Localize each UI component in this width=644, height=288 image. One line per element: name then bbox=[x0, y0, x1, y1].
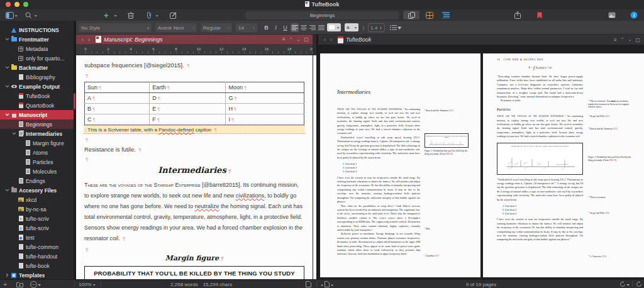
editor-goto-icon[interactable] bbox=[306, 280, 311, 288]
table-cell[interactable]: Moon¶ bbox=[226, 82, 304, 93]
editor-content[interactable]: subspace frequencies [@siegel2015]. ¶ ¶ … bbox=[76, 55, 313, 279]
add-item-chevron[interactable]: ▾ bbox=[114, 9, 116, 21]
binder-item-only-for-quarto-[interactable]: only for quarto... bbox=[0, 53, 74, 63]
italic-button[interactable]: I bbox=[272, 23, 280, 32]
binder-toggle-chevron[interactable]: ▾ bbox=[14, 9, 17, 21]
bold-button[interactable]: B bbox=[262, 23, 270, 32]
binder-item-particles[interactable]: Particles bbox=[0, 157, 74, 167]
binder-item-beginnings[interactable]: Beginnings bbox=[0, 119, 74, 129]
binder-item-atoms[interactable]: Atoms bbox=[0, 148, 74, 157]
binder-toggle-icon[interactable] bbox=[6, 9, 14, 21]
align-left-button[interactable] bbox=[291, 23, 299, 32]
paperclip-icon[interactable] bbox=[146, 9, 152, 21]
binder-action-menu[interactable] bbox=[30, 280, 37, 288]
table-cell[interactable]: H¶ bbox=[226, 104, 304, 114]
binder-item-intermediaries[interactable]: Intermediaries bbox=[0, 129, 74, 138]
preview-split-icon[interactable]: ▢ bbox=[635, 37, 640, 43]
binder-item-frontmatter[interactable]: Frontmatter bbox=[0, 35, 74, 44]
font-dropdown[interactable]: Avenir Next↕ bbox=[155, 23, 197, 32]
editor-next-doc-icon[interactable]: ⌄ bbox=[297, 37, 301, 42]
list-format-button[interactable] bbox=[389, 23, 397, 32]
binder-item-metadata[interactable]: Metadata bbox=[0, 44, 74, 53]
binder-item-accesory-files[interactable]: Accesory Files bbox=[0, 186, 74, 195]
table-cell[interactable]: Sun¶ bbox=[85, 82, 150, 93]
disclosure-chevron[interactable] bbox=[4, 189, 11, 192]
binder-item-templates[interactable]: Templates bbox=[0, 270, 74, 279]
preview-refresh-chevron[interactable]: ▾ bbox=[626, 280, 629, 288]
list-format-chevron[interactable]: ▾ bbox=[397, 23, 401, 32]
preview-reload-button[interactable] bbox=[636, 280, 642, 288]
binder-item-margin-figure[interactable]: Margin figure bbox=[0, 138, 74, 148]
search-icon[interactable] bbox=[25, 9, 32, 21]
binder-item-tufte-scriv[interactable]: ttufte-scriv bbox=[0, 214, 74, 223]
corkboard-icon[interactable] bbox=[426, 9, 433, 21]
binder-item-by-nc-sa[interactable]: by-nc-sa bbox=[0, 204, 74, 214]
disclosure-chevron[interactable] bbox=[4, 38, 11, 41]
font-size-dropdown[interactable]: 14↕ bbox=[236, 23, 257, 32]
binder-item-tufte-handout[interactable]: tufte-handout bbox=[0, 252, 74, 261]
table-cell[interactable]: I¶ bbox=[226, 114, 304, 125]
binder-item-xkcd[interactable]: xkcd bbox=[0, 195, 74, 204]
editor-ruler[interactable]: 02468101214161820 bbox=[76, 45, 313, 55]
style-dropdown[interactable]: No Style▾ bbox=[79, 23, 152, 32]
table-cell[interactable]: C¶ bbox=[85, 114, 150, 125]
table-cell[interactable]: F¶ bbox=[150, 114, 226, 125]
binder-item-tuftebook[interactable]: TufteBook bbox=[0, 91, 74, 101]
binder-item-tufte-book[interactable]: tufte-book bbox=[0, 261, 74, 270]
binder-add-button[interactable]: + bbox=[3, 280, 7, 288]
binder-item-instructions[interactable]: INSTRUCTIONS bbox=[0, 25, 74, 35]
add-item-button[interactable]: + bbox=[104, 9, 109, 21]
search-chevron[interactable]: ▾ bbox=[34, 9, 36, 21]
toolbar-search-field[interactable]: Beginnings bbox=[245, 11, 399, 19]
editor-menu-icon[interactable]: ≡ bbox=[282, 36, 286, 42]
binder-item-test[interactable]: ◉test bbox=[0, 233, 74, 242]
editor-back-button[interactable]: ‹ bbox=[82, 36, 84, 43]
editor-prev-doc-icon[interactable]: ⌃ bbox=[289, 37, 293, 42]
binder-item-bibliography[interactable]: Bibliography bbox=[0, 72, 74, 82]
editor-zoom-control[interactable]: 100% ▾ bbox=[79, 280, 95, 288]
binder-item-endings[interactable]: Endings bbox=[0, 176, 74, 186]
underline-button[interactable]: U bbox=[281, 23, 289, 32]
disclosure-chevron[interactable] bbox=[4, 85, 11, 88]
binder-item-quartobook[interactable]: QuartoBook bbox=[0, 101, 74, 110]
editor-split-icon[interactable]: ▢ bbox=[304, 36, 309, 42]
font-variant-dropdown[interactable]: Regular↕ bbox=[201, 23, 232, 32]
outline-icon[interactable] bbox=[442, 9, 450, 21]
disclosure-chevron[interactable] bbox=[4, 273, 11, 277]
table-cell[interactable]: E¶ bbox=[150, 104, 226, 114]
disclosure-chevron[interactable] bbox=[11, 132, 18, 135]
disclosure-chevron[interactable] bbox=[4, 66, 11, 69]
compose-icon[interactable] bbox=[170, 9, 177, 21]
preview-next-icon[interactable]: ⌄ bbox=[628, 37, 632, 42]
disclosure-chevron[interactable] bbox=[4, 113, 11, 116]
binder-add-folder-button[interactable] bbox=[16, 280, 23, 288]
preview-back-button[interactable]: ‹ bbox=[324, 36, 326, 43]
preview-refresh-button[interactable] bbox=[619, 280, 626, 288]
editor-paragraph[interactable]: These are the voyages of the Starship En… bbox=[84, 180, 304, 244]
align-right-button[interactable] bbox=[308, 23, 316, 32]
binder-item-manuscript[interactable]: Manuscript bbox=[0, 110, 74, 119]
paperclip-chevron[interactable]: ▾ bbox=[155, 9, 158, 21]
table-cell[interactable]: G¶ bbox=[226, 93, 304, 104]
table-cell[interactable]: A¶ bbox=[85, 93, 150, 104]
trash-icon[interactable] bbox=[128, 9, 134, 21]
table-cell[interactable]: Earth¶ bbox=[150, 82, 226, 93]
highlight-color-dropdown[interactable]: a▾ bbox=[345, 23, 358, 31]
bookmark-icon[interactable] bbox=[537, 9, 542, 21]
binder-action-chevron[interactable]: ▾ bbox=[38, 280, 40, 288]
table-cell[interactable]: B¶ bbox=[85, 104, 150, 114]
table-cell[interactable]: D¶ bbox=[150, 93, 226, 104]
binder-item-tufte-common[interactable]: tufte-common bbox=[0, 242, 74, 252]
text-color-dropdown[interactable]: ▾ bbox=[327, 23, 341, 31]
preview-menu-icon[interactable]: ≡ bbox=[614, 37, 617, 43]
editor-forward-button[interactable]: › bbox=[88, 36, 90, 43]
binder-item-example-output[interactable]: Example Output bbox=[0, 82, 74, 91]
copy-documents-button[interactable] bbox=[403, 9, 419, 21]
info-icon[interactable]: i bbox=[630, 9, 638, 21]
preview-prev-icon[interactable]: ⌃ bbox=[621, 37, 625, 42]
align-center-button[interactable] bbox=[299, 23, 308, 32]
media-icon[interactable] bbox=[608, 9, 616, 21]
line-spacing-stepper[interactable]: 1.4▲▼ bbox=[368, 23, 385, 32]
binder-item-backmatter[interactable]: Backmatter bbox=[0, 63, 74, 72]
preview-forward-button[interactable]: › bbox=[330, 36, 332, 43]
